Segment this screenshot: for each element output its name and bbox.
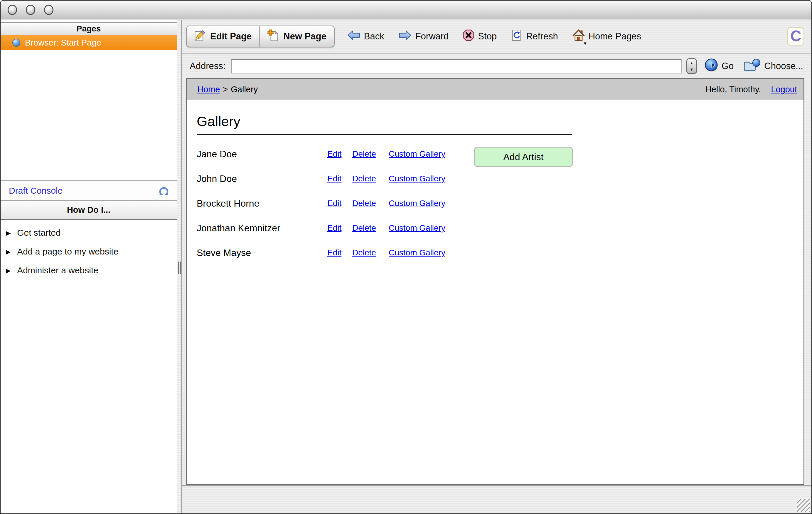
edit-link[interactable]: Edit (327, 149, 341, 158)
artist-row: Brockett Horne Edit Delete Custom Galler… (197, 191, 804, 216)
stop-button[interactable]: Stop (463, 29, 497, 44)
browser-content: Home > Gallery Hello, Timothy. Logout Ga… (186, 78, 804, 485)
custom-gallery-link[interactable]: Custom Gallery (389, 223, 445, 233)
custom-gallery-link[interactable]: Custom Gallery (389, 174, 445, 183)
logo-letter: C (790, 27, 802, 45)
home-pages-caret-icon: ▼ (583, 41, 587, 46)
address-input[interactable] (231, 59, 682, 74)
contribute-window: Pages Browser: Start Page Draft Console … (0, 0, 812, 514)
pane-divider (177, 20, 182, 513)
home-icon: ▼ (572, 29, 585, 44)
how-do-i-item[interactable]: ▶ Administer a website (1, 261, 177, 280)
globe-icon (12, 39, 20, 47)
edit-link[interactable]: Edit (327, 199, 341, 208)
title-rule (197, 134, 572, 135)
stepper-up-icon: ▲ (690, 61, 694, 65)
delete-link[interactable]: Delete (352, 149, 376, 158)
pages-panel-header: Pages (1, 22, 177, 35)
contribute-logo: C (787, 27, 804, 46)
toolbar: Edit Page New Page (182, 20, 811, 53)
forward-button[interactable]: Forward (398, 30, 449, 43)
pane-divider-handle[interactable] (178, 262, 181, 274)
how-do-i-list: ▶ Get started ▶ Add a page to my website… (1, 220, 177, 280)
session-area: Hello, Timothy. Logout (705, 85, 797, 94)
zoom-button[interactable] (44, 5, 53, 15)
disclosure-triangle-icon: ▶ (6, 230, 10, 236)
gallery-page: Gallery Jane Doe Edit Delete Custom Gall… (187, 100, 804, 265)
how-do-i-item-label: Get started (17, 228, 60, 238)
main-pane: Edit Page New Page (182, 20, 811, 513)
artist-name: Jane Doe (197, 149, 327, 160)
status-strip (182, 486, 811, 513)
artist-name: Steve Mayse (197, 247, 327, 258)
stepper-down-icon: ▼ (690, 67, 694, 72)
back-button[interactable]: Back (347, 30, 384, 43)
close-button[interactable] (8, 5, 17, 15)
edit-page-icon (194, 29, 207, 44)
edit-link[interactable]: Edit (327, 174, 341, 183)
logout-link[interactable]: Logout (771, 85, 797, 94)
edit-link[interactable]: Edit (327, 223, 341, 233)
go-icon (704, 58, 718, 74)
home-pages-button[interactable]: ▼ Home Pages (572, 29, 641, 44)
back-icon (347, 30, 360, 43)
custom-gallery-link[interactable]: Custom Gallery (389, 248, 445, 257)
forward-icon (398, 30, 412, 43)
go-button[interactable]: Go (704, 58, 734, 74)
artist-row: John Doe Edit Delete Custom Gallery (197, 166, 804, 191)
delete-link[interactable]: Delete (352, 223, 376, 233)
edit-link[interactable]: Edit (327, 248, 341, 257)
add-artist-button[interactable]: Add Artist (474, 147, 573, 167)
draft-console-link[interactable]: Draft Console (9, 186, 62, 196)
breadcrumb-home-link[interactable]: Home (197, 85, 220, 94)
address-history-stepper[interactable]: ▲ ▼ (686, 58, 697, 74)
nav-tools: Back Forward (347, 29, 641, 44)
window-titlebar (1, 1, 811, 19)
disclosure-triangle-icon: ▶ (6, 267, 10, 274)
sync-icon[interactable] (158, 185, 170, 197)
choose-button[interactable]: Choose... (744, 58, 803, 74)
minimize-button[interactable] (26, 5, 35, 15)
artist-name: Brockett Horne (197, 198, 327, 209)
choose-icon (744, 58, 761, 74)
refresh-icon (511, 29, 523, 44)
breadcrumb-current: Gallery (231, 85, 258, 94)
address-label: Address: (190, 61, 226, 72)
new-page-button[interactable]: New Page (259, 26, 334, 47)
draft-console-row: Draft Console (1, 181, 177, 201)
breadcrumb-separator: > (223, 85, 228, 94)
page-title: Gallery (197, 113, 804, 129)
artist-name: Jonathan Kemnitzer (197, 223, 327, 234)
sidebar: Pages Browser: Start Page Draft Console … (1, 20, 177, 513)
how-do-i-header: How Do I... (1, 201, 177, 220)
breadcrumb: Home > Gallery Hello, Timothy. Logout (187, 79, 804, 100)
page-button-group: Edit Page New Page (186, 26, 335, 47)
how-do-i-item[interactable]: ▶ Add a page to my website (1, 242, 177, 261)
sidebar-item-start-page[interactable]: Browser: Start Page (1, 35, 177, 50)
disclosure-triangle-icon: ▶ (6, 249, 10, 255)
address-bar: Address: ▲ ▼ Go (182, 54, 811, 78)
artist-name: John Doe (197, 173, 327, 184)
custom-gallery-link[interactable]: Custom Gallery (389, 149, 445, 158)
how-do-i-item-label: Add a page to my website (17, 247, 118, 256)
delete-link[interactable]: Delete (352, 248, 376, 257)
greeting-text: Hello, Timothy. (705, 85, 761, 94)
stop-icon (463, 29, 474, 44)
artist-row: Steve Mayse Edit Delete Custom Gallery (197, 240, 804, 265)
artist-row: Jonathan Kemnitzer Edit Delete Custom Ga… (197, 216, 804, 240)
custom-gallery-link[interactable]: Custom Gallery (389, 199, 445, 208)
how-do-i-item-label: Administer a website (17, 265, 98, 275)
delete-link[interactable]: Delete (352, 199, 376, 208)
edit-page-button[interactable]: Edit Page (187, 26, 259, 47)
how-do-i-item[interactable]: ▶ Get started (1, 223, 177, 242)
delete-link[interactable]: Delete (352, 174, 376, 183)
resize-grip[interactable] (797, 499, 810, 512)
refresh-button[interactable]: Refresh (511, 29, 558, 44)
start-page-label: Browser: Start Page (25, 38, 101, 48)
new-page-icon (267, 29, 280, 44)
